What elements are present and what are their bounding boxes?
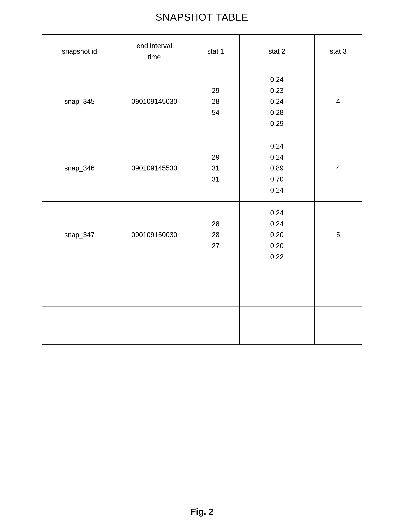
header-snapshot-id: snapshot id	[42, 34, 117, 68]
cell-snapshot-id: snap_347	[42, 202, 117, 268]
table-row: snap_3450901091450302928540.240.230.240.…	[42, 68, 362, 135]
page-title: SNAPSHOT TABLE	[156, 12, 249, 23]
figure-label: Fig. 2	[190, 507, 213, 517]
cell-end-interval-time	[117, 268, 192, 306]
header-stat1: stat 1	[192, 34, 240, 68]
cell-stat2: 0.240.230.240.280.29	[240, 68, 314, 135]
cell-stat1	[192, 268, 240, 306]
cell-stat2	[240, 268, 314, 306]
cell-stat1	[192, 306, 240, 344]
table-row: snap_3470901091500302828270.240.240.200.…	[42, 202, 362, 268]
header-stat2: stat 2	[240, 34, 314, 68]
header-end-interval-time: end intervaltime	[117, 34, 192, 68]
cell-stat2: 0.240.240.200.200.22	[240, 202, 314, 268]
table-header-row: snapshot id end intervaltime stat 1 stat…	[42, 34, 362, 68]
cell-stat3: 5	[314, 202, 362, 268]
table-row: snap_3460901091455302931310.240.240.890.…	[42, 135, 362, 202]
cell-end-interval-time: 090109145530	[117, 135, 192, 202]
table-row	[42, 268, 362, 306]
cell-stat3: 4	[314, 135, 362, 202]
snapshot-table: snapshot id end intervaltime stat 1 stat…	[42, 34, 362, 345]
cell-snapshot-id	[42, 268, 117, 306]
cell-stat1: 293131	[192, 135, 240, 202]
cell-snapshot-id: snap_346	[42, 135, 117, 202]
header-stat3: stat 3	[314, 34, 362, 68]
cell-stat2	[240, 306, 314, 344]
cell-snapshot-id: snap_345	[42, 68, 117, 135]
cell-snapshot-id	[42, 306, 117, 344]
cell-end-interval-time: 090109145030	[117, 68, 192, 135]
cell-stat1: 282827	[192, 202, 240, 268]
cell-stat3	[314, 268, 362, 306]
cell-stat2: 0.240.240.890.700.24	[240, 135, 314, 202]
table-row	[42, 306, 362, 344]
cell-stat3: 4	[314, 68, 362, 135]
cell-stat1: 292854	[192, 68, 240, 135]
cell-stat3	[314, 306, 362, 344]
cell-end-interval-time	[117, 306, 192, 344]
table-container: snapshot id end intervaltime stat 1 stat…	[42, 34, 362, 345]
cell-end-interval-time: 090109150030	[117, 202, 192, 268]
